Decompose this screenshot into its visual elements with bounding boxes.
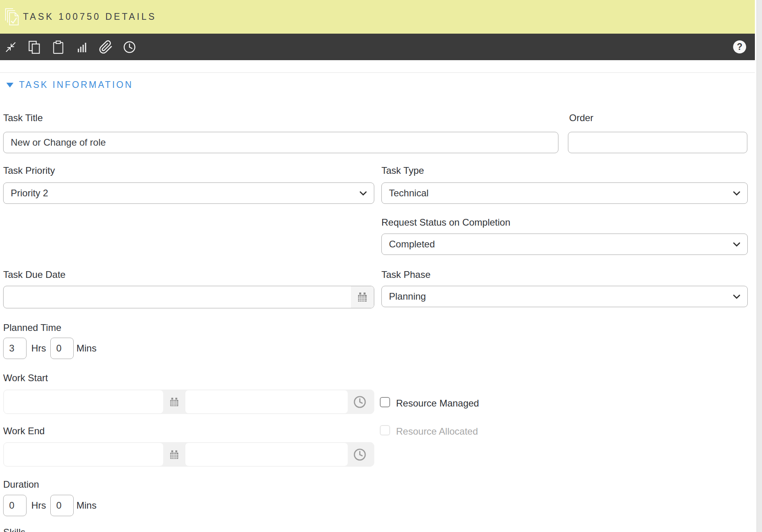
chevron-down-icon — [6, 83, 13, 87]
planned-time-hours-input[interactable] — [3, 338, 27, 359]
work-end-label: Work End — [3, 426, 45, 437]
request-status-label: Request Status on Completion — [381, 217, 511, 228]
chevron-down-icon — [360, 191, 367, 196]
content-area: TASK 100750 DETAILS — [0, 0, 755, 532]
task-phase-label: Task Phase — [381, 269, 431, 280]
task-phase-select[interactable]: Planning — [381, 286, 748, 307]
calendar-icon[interactable] — [163, 442, 185, 467]
resource-managed-label: Resource Managed — [396, 398, 479, 409]
task-title-input[interactable] — [3, 132, 558, 153]
request-status-select[interactable]: Completed — [381, 234, 748, 255]
work-start-label: Work Start — [3, 372, 48, 384]
toolbar: ? — [0, 34, 755, 60]
task-type-select[interactable]: Technical — [381, 182, 748, 204]
work-end-time-input[interactable] — [185, 443, 348, 466]
page-title: TASK 100750 DETAILS — [23, 0, 156, 34]
bar-chart-icon[interactable] — [74, 39, 90, 55]
calendar-icon[interactable] — [163, 390, 185, 414]
collapse-icon[interactable] — [3, 39, 18, 55]
duration-label: Duration — [3, 479, 39, 490]
mins-unit-label: Mins — [76, 343, 97, 354]
task-due-date-label: Task Due Date — [3, 269, 65, 280]
planned-time-minutes-input[interactable] — [50, 338, 74, 359]
work-start-field — [3, 390, 374, 414]
copy-icon[interactable] — [27, 39, 42, 55]
clock-icon[interactable] — [349, 442, 371, 467]
clock-icon[interactable] — [122, 39, 137, 55]
planned-time-label: Planned Time — [3, 322, 61, 333]
calendar-icon[interactable] — [351, 286, 374, 308]
task-details-header: TASK 100750 DETAILS — [0, 0, 755, 34]
resource-allocated-label: Resource Allocated — [396, 426, 478, 437]
divider-line — [0, 72, 755, 73]
chevron-down-icon — [733, 191, 740, 196]
help-icon[interactable]: ? — [733, 40, 746, 53]
paperclip-icon[interactable] — [98, 39, 113, 55]
section-task-information-toggle[interactable]: TASK INFORMATION — [6, 80, 133, 90]
work-end-date-input[interactable] — [4, 443, 163, 466]
task-title-label: Task Title — [3, 112, 43, 124]
duration-hours-input[interactable] — [3, 495, 27, 516]
task-due-date-field — [3, 286, 374, 308]
work-end-field — [3, 442, 374, 467]
hrs-unit-label: Hrs — [31, 343, 46, 354]
next-field-partial-label: Skills — [3, 527, 25, 532]
task-documents-icon — [4, 8, 21, 28]
work-start-time-input[interactable] — [185, 390, 348, 413]
duration-minutes-input[interactable] — [50, 495, 74, 516]
task-details-page: TASK 100750 DETAILS — [0, 0, 762, 532]
clock-icon[interactable] — [349, 390, 371, 414]
order-input[interactable] — [568, 132, 747, 153]
task-type-label: Task Type — [381, 165, 424, 176]
resource-allocated-checkbox — [380, 425, 390, 435]
chevron-down-icon — [733, 242, 740, 247]
task-due-date-input[interactable] — [4, 286, 351, 308]
chevron-down-icon — [733, 294, 740, 299]
resource-managed-checkbox[interactable] — [380, 397, 390, 407]
task-priority-select[interactable]: Priority 2 — [3, 182, 374, 204]
vertical-scrollbar[interactable] — [756, 0, 762, 532]
order-label: Order — [569, 112, 593, 124]
clipboard-icon[interactable] — [51, 39, 66, 55]
task-priority-label: Task Priority — [3, 165, 55, 176]
hrs-unit-label: Hrs — [31, 500, 46, 511]
work-start-date-input[interactable] — [4, 390, 163, 413]
mins-unit-label: Mins — [76, 500, 97, 511]
section-title: TASK INFORMATION — [19, 80, 133, 90]
